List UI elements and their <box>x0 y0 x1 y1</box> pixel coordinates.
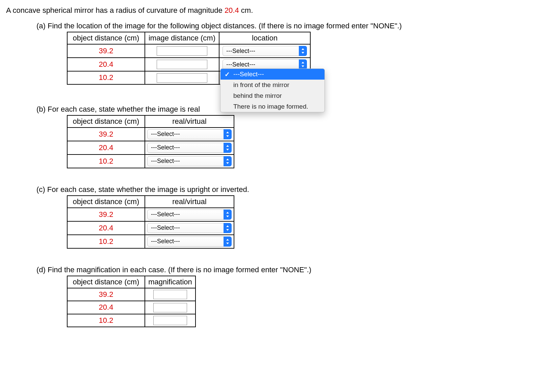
select-stepper-icon <box>224 156 232 166</box>
col-image-distance: image distance (cm) <box>145 32 219 44</box>
table-row: 10.2 ---Select--- <box>67 155 234 168</box>
table-row: 20.4 ---Select--- <box>67 141 234 155</box>
magnification-input[interactable] <box>153 303 187 312</box>
obj-distance-value: 20.4 <box>99 143 113 152</box>
col-object-distance: object distance (cm) <box>67 32 145 44</box>
obj-distance-value: 10.2 <box>99 237 113 246</box>
part-d-prompt: (d) Find the magnification in each case.… <box>36 265 541 274</box>
select-value: ---Select--- <box>151 144 180 151</box>
image-distance-input[interactable] <box>157 60 207 69</box>
col-object-distance: object distance (cm) <box>67 276 145 288</box>
select-stepper-icon <box>224 223 232 233</box>
select-value: ---Select--- <box>151 211 180 218</box>
select-stepper-icon <box>224 129 232 139</box>
col-real-virtual: real/virtual <box>145 115 234 128</box>
part-c-table: object distance (cm) real/virtual 39.2 -… <box>67 195 234 249</box>
select-value: ---Select--- <box>226 48 255 55</box>
col-magnification: magnification <box>145 276 196 288</box>
select-value: ---Select--- <box>151 238 180 245</box>
table-row: 39.2 ---Select--- <box>67 44 310 58</box>
part-a: (a) Find the location of the image for t… <box>36 22 541 85</box>
select-stepper-icon <box>224 143 232 153</box>
part-b-table: object distance (cm) real/virtual 39.2 -… <box>67 115 234 168</box>
part-d-table: object distance (cm) magnification 39.2 … <box>67 276 196 328</box>
upright-inverted-select[interactable]: ---Select--- <box>147 236 232 247</box>
part-b: (b) For each case, state whether the ima… <box>36 105 541 168</box>
part-c: (c) For each case, state whether the ima… <box>36 185 541 249</box>
dropdown-option-label: in front of the mirror <box>233 81 289 88</box>
obj-distance-value: 39.2 <box>99 210 113 219</box>
table-row: 10.2 <box>67 314 196 327</box>
intro-radius-value: 20.4 <box>225 6 239 15</box>
obj-distance-value: 39.2 <box>99 47 113 55</box>
location-select[interactable]: ---Select--- <box>223 46 307 56</box>
select-value: ---Select--- <box>151 224 180 231</box>
dropdown-option-label: There is no image formed. <box>233 103 308 110</box>
image-distance-input[interactable] <box>157 73 207 83</box>
location-dropdown-panel[interactable]: ✓ ---Select--- in front of the mirror be… <box>220 68 325 112</box>
col-real-virtual: real/virtual <box>145 196 234 208</box>
upright-inverted-select[interactable]: ---Select--- <box>147 223 232 233</box>
dropdown-option-label: behind the mirror <box>233 92 282 99</box>
col-object-distance: object distance (cm) <box>67 196 145 208</box>
part-d: (d) Find the magnification in each case.… <box>36 265 541 328</box>
obj-distance-value: 39.2 <box>99 130 113 138</box>
image-distance-input[interactable] <box>157 46 207 56</box>
select-value: ---Select--- <box>226 61 255 68</box>
real-virtual-select[interactable]: ---Select--- <box>147 156 232 166</box>
intro-suffix: cm. <box>239 6 253 15</box>
problem-intro: A concave spherical mirror has a radius … <box>6 6 541 15</box>
table-row: 39.2 ---Select--- <box>67 128 234 141</box>
table-header-row: object distance (cm) magnification <box>67 276 196 288</box>
select-stepper-icon <box>299 46 307 56</box>
real-virtual-select[interactable]: ---Select--- <box>147 143 232 153</box>
obj-distance-value: 20.4 <box>99 60 113 68</box>
obj-distance-value: 39.2 <box>99 290 113 299</box>
dropdown-option-front[interactable]: in front of the mirror <box>220 80 324 90</box>
col-location: location <box>219 32 310 44</box>
check-icon: ✓ <box>225 70 230 78</box>
dropdown-option-none[interactable]: There is no image formed. <box>220 101 324 112</box>
col-object-distance: object distance (cm) <box>67 115 145 128</box>
table-row: 10.2 ---Select--- <box>67 235 234 248</box>
magnification-input[interactable] <box>153 290 187 299</box>
table-header-row: object distance (cm) image distance (cm)… <box>67 32 310 44</box>
select-value: ---Select--- <box>151 131 180 138</box>
select-stepper-icon <box>299 59 307 69</box>
obj-distance-value: 20.4 <box>99 224 113 232</box>
magnification-input[interactable] <box>153 316 187 325</box>
intro-prefix: A concave spherical mirror has a radius … <box>6 6 225 15</box>
table-row: 39.2 <box>67 288 196 301</box>
upright-inverted-select[interactable]: ---Select--- <box>147 209 232 220</box>
obj-distance-value: 10.2 <box>99 157 113 165</box>
table-row: 20.4 <box>67 301 196 314</box>
dropdown-option-behind[interactable]: behind the mirror <box>220 90 324 101</box>
part-c-prompt: (c) For each case, state whether the ima… <box>36 185 541 194</box>
table-row: 39.2 ---Select--- <box>67 208 234 221</box>
real-virtual-select[interactable]: ---Select--- <box>147 129 232 139</box>
part-a-prompt: (a) Find the location of the image for t… <box>36 22 541 30</box>
obj-distance-value: 10.2 <box>99 73 113 82</box>
location-select[interactable]: ---Select--- <box>223 59 307 69</box>
obj-distance-value: 10.2 <box>99 316 113 325</box>
obj-distance-value: 20.4 <box>99 303 113 311</box>
dropdown-option-label: ---Select--- <box>233 71 264 78</box>
table-row: 20.4 ---Select--- <box>67 221 234 235</box>
dropdown-option-select[interactable]: ✓ ---Select--- <box>220 69 324 80</box>
table-header-row: object distance (cm) real/virtual <box>67 115 234 128</box>
select-stepper-icon <box>224 236 232 247</box>
table-header-row: object distance (cm) real/virtual <box>67 196 234 208</box>
select-stepper-icon <box>224 209 232 220</box>
select-value: ---Select--- <box>151 158 180 165</box>
